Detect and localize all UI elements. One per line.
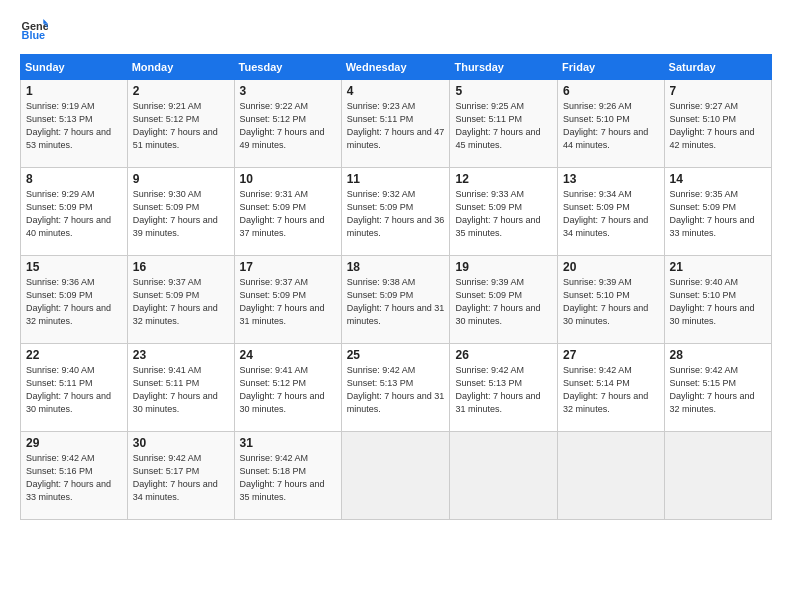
day-detail: Sunrise: 9:39 AMSunset: 5:09 PMDaylight:… (455, 276, 552, 328)
calendar-cell: 18Sunrise: 9:38 AMSunset: 5:09 PMDayligh… (341, 256, 450, 344)
calendar-cell: 12Sunrise: 9:33 AMSunset: 5:09 PMDayligh… (450, 168, 558, 256)
day-detail: Sunrise: 9:40 AMSunset: 5:11 PMDaylight:… (26, 364, 122, 416)
day-detail: Sunrise: 9:42 AMSunset: 5:13 PMDaylight:… (455, 364, 552, 416)
day-number: 3 (240, 84, 336, 98)
day-number: 7 (670, 84, 766, 98)
day-number: 8 (26, 172, 122, 186)
day-detail: Sunrise: 9:34 AMSunset: 5:09 PMDaylight:… (563, 188, 658, 240)
day-number: 9 (133, 172, 229, 186)
svg-text:Blue: Blue (22, 29, 46, 41)
day-detail: Sunrise: 9:42 AMSunset: 5:18 PMDaylight:… (240, 452, 336, 504)
day-number: 27 (563, 348, 658, 362)
day-number: 23 (133, 348, 229, 362)
calendar-cell (450, 432, 558, 520)
day-number: 22 (26, 348, 122, 362)
calendar-cell: 1Sunrise: 9:19 AMSunset: 5:13 PMDaylight… (21, 80, 128, 168)
day-number: 1 (26, 84, 122, 98)
calendar-cell (664, 432, 771, 520)
logo-icon: General Blue (20, 16, 48, 44)
calendar-week-row: 22Sunrise: 9:40 AMSunset: 5:11 PMDayligh… (21, 344, 772, 432)
day-detail: Sunrise: 9:29 AMSunset: 5:09 PMDaylight:… (26, 188, 122, 240)
calendar-cell (341, 432, 450, 520)
calendar-cell: 13Sunrise: 9:34 AMSunset: 5:09 PMDayligh… (558, 168, 664, 256)
calendar-cell: 20Sunrise: 9:39 AMSunset: 5:10 PMDayligh… (558, 256, 664, 344)
day-number: 20 (563, 260, 658, 274)
day-detail: Sunrise: 9:35 AMSunset: 5:09 PMDaylight:… (670, 188, 766, 240)
calendar-cell: 6Sunrise: 9:26 AMSunset: 5:10 PMDaylight… (558, 80, 664, 168)
day-number: 5 (455, 84, 552, 98)
day-detail: Sunrise: 9:26 AMSunset: 5:10 PMDaylight:… (563, 100, 658, 152)
calendar-cell: 31Sunrise: 9:42 AMSunset: 5:18 PMDayligh… (234, 432, 341, 520)
calendar-cell (558, 432, 664, 520)
day-number: 24 (240, 348, 336, 362)
day-number: 2 (133, 84, 229, 98)
day-detail: Sunrise: 9:42 AMSunset: 5:17 PMDaylight:… (133, 452, 229, 504)
day-detail: Sunrise: 9:39 AMSunset: 5:10 PMDaylight:… (563, 276, 658, 328)
day-number: 12 (455, 172, 552, 186)
calendar-cell: 26Sunrise: 9:42 AMSunset: 5:13 PMDayligh… (450, 344, 558, 432)
day-detail: Sunrise: 9:37 AMSunset: 5:09 PMDaylight:… (240, 276, 336, 328)
day-number: 17 (240, 260, 336, 274)
day-detail: Sunrise: 9:32 AMSunset: 5:09 PMDaylight:… (347, 188, 445, 240)
day-detail: Sunrise: 9:41 AMSunset: 5:12 PMDaylight:… (240, 364, 336, 416)
calendar-cell: 15Sunrise: 9:36 AMSunset: 5:09 PMDayligh… (21, 256, 128, 344)
calendar-cell: 23Sunrise: 9:41 AMSunset: 5:11 PMDayligh… (127, 344, 234, 432)
calendar-cell: 10Sunrise: 9:31 AMSunset: 5:09 PMDayligh… (234, 168, 341, 256)
day-number: 10 (240, 172, 336, 186)
weekday-row: SundayMondayTuesdayWednesdayThursdayFrid… (21, 55, 772, 80)
calendar-cell: 25Sunrise: 9:42 AMSunset: 5:13 PMDayligh… (341, 344, 450, 432)
day-number: 28 (670, 348, 766, 362)
day-number: 14 (670, 172, 766, 186)
calendar-week-row: 8Sunrise: 9:29 AMSunset: 5:09 PMDaylight… (21, 168, 772, 256)
day-number: 11 (347, 172, 445, 186)
calendar-week-row: 15Sunrise: 9:36 AMSunset: 5:09 PMDayligh… (21, 256, 772, 344)
day-detail: Sunrise: 9:42 AMSunset: 5:16 PMDaylight:… (26, 452, 122, 504)
day-number: 18 (347, 260, 445, 274)
weekday-header: Sunday (21, 55, 128, 80)
day-detail: Sunrise: 9:19 AMSunset: 5:13 PMDaylight:… (26, 100, 122, 152)
day-number: 25 (347, 348, 445, 362)
day-detail: Sunrise: 9:31 AMSunset: 5:09 PMDaylight:… (240, 188, 336, 240)
day-detail: Sunrise: 9:30 AMSunset: 5:09 PMDaylight:… (133, 188, 229, 240)
header: General Blue (20, 16, 772, 44)
day-detail: Sunrise: 9:37 AMSunset: 5:09 PMDaylight:… (133, 276, 229, 328)
weekday-header: Monday (127, 55, 234, 80)
calendar-cell: 2Sunrise: 9:21 AMSunset: 5:12 PMDaylight… (127, 80, 234, 168)
calendar-cell: 22Sunrise: 9:40 AMSunset: 5:11 PMDayligh… (21, 344, 128, 432)
day-number: 4 (347, 84, 445, 98)
day-number: 6 (563, 84, 658, 98)
day-number: 30 (133, 436, 229, 450)
weekday-header: Thursday (450, 55, 558, 80)
day-detail: Sunrise: 9:42 AMSunset: 5:13 PMDaylight:… (347, 364, 445, 416)
day-number: 19 (455, 260, 552, 274)
calendar-cell: 28Sunrise: 9:42 AMSunset: 5:15 PMDayligh… (664, 344, 771, 432)
day-detail: Sunrise: 9:25 AMSunset: 5:11 PMDaylight:… (455, 100, 552, 152)
calendar-cell: 11Sunrise: 9:32 AMSunset: 5:09 PMDayligh… (341, 168, 450, 256)
calendar-cell: 16Sunrise: 9:37 AMSunset: 5:09 PMDayligh… (127, 256, 234, 344)
day-detail: Sunrise: 9:38 AMSunset: 5:09 PMDaylight:… (347, 276, 445, 328)
day-detail: Sunrise: 9:21 AMSunset: 5:12 PMDaylight:… (133, 100, 229, 152)
weekday-header: Friday (558, 55, 664, 80)
calendar-week-row: 1Sunrise: 9:19 AMSunset: 5:13 PMDaylight… (21, 80, 772, 168)
calendar-cell: 14Sunrise: 9:35 AMSunset: 5:09 PMDayligh… (664, 168, 771, 256)
calendar-cell: 19Sunrise: 9:39 AMSunset: 5:09 PMDayligh… (450, 256, 558, 344)
day-detail: Sunrise: 9:40 AMSunset: 5:10 PMDaylight:… (670, 276, 766, 328)
day-number: 26 (455, 348, 552, 362)
day-detail: Sunrise: 9:23 AMSunset: 5:11 PMDaylight:… (347, 100, 445, 152)
day-detail: Sunrise: 9:36 AMSunset: 5:09 PMDaylight:… (26, 276, 122, 328)
calendar-week-row: 29Sunrise: 9:42 AMSunset: 5:16 PMDayligh… (21, 432, 772, 520)
day-detail: Sunrise: 9:33 AMSunset: 5:09 PMDaylight:… (455, 188, 552, 240)
day-number: 31 (240, 436, 336, 450)
day-number: 21 (670, 260, 766, 274)
day-detail: Sunrise: 9:27 AMSunset: 5:10 PMDaylight:… (670, 100, 766, 152)
calendar-cell: 7Sunrise: 9:27 AMSunset: 5:10 PMDaylight… (664, 80, 771, 168)
logo: General Blue (20, 16, 48, 44)
day-number: 29 (26, 436, 122, 450)
day-detail: Sunrise: 9:41 AMSunset: 5:11 PMDaylight:… (133, 364, 229, 416)
day-number: 16 (133, 260, 229, 274)
calendar-cell: 24Sunrise: 9:41 AMSunset: 5:12 PMDayligh… (234, 344, 341, 432)
calendar-cell: 30Sunrise: 9:42 AMSunset: 5:17 PMDayligh… (127, 432, 234, 520)
page: General Blue SundayMondayTuesdayWednesda… (0, 0, 792, 612)
day-detail: Sunrise: 9:42 AMSunset: 5:14 PMDaylight:… (563, 364, 658, 416)
calendar: SundayMondayTuesdayWednesdayThursdayFrid… (20, 54, 772, 520)
